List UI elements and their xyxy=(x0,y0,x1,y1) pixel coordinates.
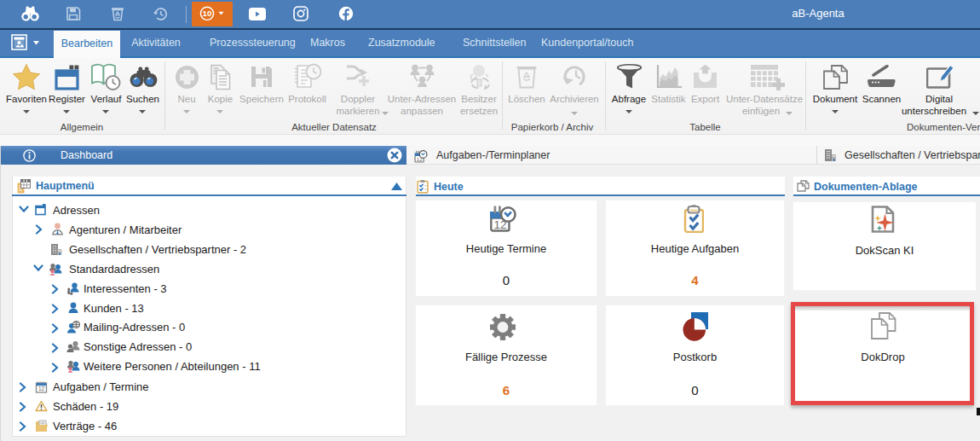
svg-text:10: 10 xyxy=(203,9,212,18)
svg-text:12: 12 xyxy=(38,386,45,392)
